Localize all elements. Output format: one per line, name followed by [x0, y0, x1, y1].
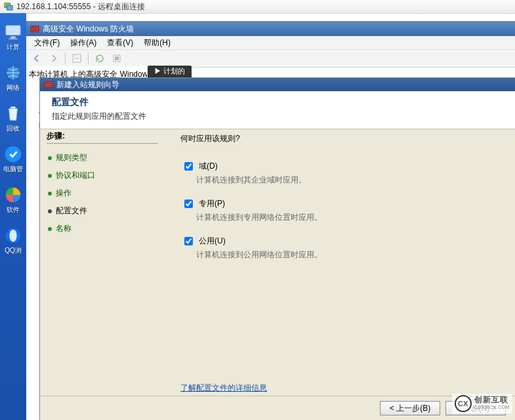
learn-more-link[interactable]: 了解配置文件的详细信息 [180, 383, 267, 394]
profile-private-label[interactable]: 专用(P) [182, 198, 499, 210]
profile-public-desc: 计算机连接到公用网络位置时应用。 [196, 249, 499, 261]
svg-rect-12 [115, 56, 119, 60]
rdp-icon [4, 2, 13, 11]
firewall-title-text: 高级安全 Windows 防火墙 [43, 24, 134, 35]
watermark-logo: CX [455, 395, 472, 412]
step-protocol[interactable]: 协议和端口 [47, 167, 158, 184]
profile-public-label[interactable]: 公用(U) [182, 235, 499, 247]
svg-rect-2 [6, 26, 21, 35]
desktop-icon-qqbrowser[interactable]: QQ浏 [1, 226, 25, 255]
firewall-title-bar: 高级安全 Windows 防火墙 [26, 22, 515, 36]
svg-rect-4 [9, 38, 17, 39]
separator [47, 143, 158, 144]
step-profile[interactable]: 配置文件 [47, 202, 158, 220]
svg-rect-3 [10, 37, 16, 39]
desktop-icon-computer[interactable]: 计算 [1, 22, 25, 51]
watermark-text: 创新互联 [474, 396, 510, 404]
menu-help[interactable]: 帮助(H) [138, 36, 176, 50]
toolbar [26, 50, 515, 68]
steps-title: 步骤: [47, 131, 158, 142]
steps-pane: 步骤: 规则类型 协议和端口 操作 配置文件 名称 [40, 123, 165, 396]
wizard-title-bar: 新建入站规则向导 [40, 78, 515, 91]
rdp-title-bar: 192.168.1.104:55555 - 远程桌面连接 [0, 0, 515, 14]
wizard-content: 何时应用该规则? 域(D) 计算机连接到其企业域时应用。 专用(P) 计算机连接… [165, 123, 515, 396]
menu-action[interactable]: 操作(A) [65, 36, 102, 50]
prev-button[interactable]: < 上一步(B) [380, 401, 440, 415]
wizard-dialog: 新建入站规则向导 配置文件 指定此规则应用的配置文件 步骤: 规则类型 协议和端… [39, 77, 515, 420]
profile-public: 公用(U) 计算机连接到公用网络位置时应用。 [180, 235, 499, 261]
toolbar-export[interactable] [109, 51, 125, 66]
wizard-header-title: 配置文件 [52, 96, 503, 108]
svg-rect-1 [7, 5, 12, 10]
wizard-header-subtitle: 指定此规则应用的配置文件 [52, 111, 503, 122]
firewall-icon [30, 24, 39, 33]
profile-domain-label[interactable]: 域(D) [182, 160, 499, 173]
profile-domain-desc: 计算机连接到其企业域时应用。 [196, 175, 499, 186]
profile-private-checkbox[interactable] [184, 200, 193, 208]
desktop-icon-recycle[interactable]: 回收 [1, 104, 25, 133]
profile-domain-checkbox[interactable] [184, 162, 193, 171]
toolbar-back[interactable] [29, 51, 45, 66]
profile-private-desc: 计算机连接到专用网络位置时应用。 [196, 212, 499, 223]
step-rule-type[interactable]: 规则类型 [47, 149, 158, 167]
svg-rect-16 [45, 82, 52, 88]
menu-view[interactable]: 查看(V) [102, 36, 138, 50]
content-question: 何时应用该规则? [180, 133, 499, 144]
menu-file[interactable]: 文件(F) [29, 36, 65, 50]
wizard-title-text: 新建入站规则向导 [56, 79, 119, 91]
watermark-url: CDXWCX.COM [474, 404, 510, 411]
toolbar-forward[interactable] [46, 51, 62, 66]
toolbar-refresh[interactable] [92, 51, 108, 66]
profile-private: 专用(P) 计算机连接到专用网络位置时应用。 [180, 198, 499, 223]
desktop-icon-pcmgr[interactable]: 电脑管 [1, 144, 25, 173]
desktop-icon-network[interactable]: 网络 [1, 63, 25, 92]
profile-public-checkbox[interactable] [184, 237, 193, 245]
toolbar-separator [65, 52, 66, 64]
toolbar-separator [88, 52, 89, 64]
svg-rect-9 [31, 26, 39, 32]
wizard-body: 步骤: 规则类型 协议和端口 操作 配置文件 名称 何时应用该规则? 域(D) … [40, 123, 515, 396]
step-action[interactable]: 操作 [47, 184, 158, 202]
toolbar-action[interactable] [69, 51, 85, 66]
desktop-icon-software[interactable]: 软件 [1, 185, 25, 214]
svg-point-8 [9, 230, 16, 242]
rdp-title-text: 192.168.1.104:55555 - 远程桌面连接 [16, 1, 145, 12]
wizard-icon [44, 80, 53, 89]
step-name[interactable]: 名称 [47, 220, 158, 238]
svg-point-6 [5, 146, 21, 162]
profile-domain: 域(D) 计算机连接到其企业域时应用。 [180, 160, 499, 186]
menu-bar: 文件(F) 操作(A) 查看(V) 帮助(H) [26, 36, 515, 50]
tab[interactable]: ▶ 计划的 [148, 66, 192, 77]
tab-strip: ▶ 计划的 [148, 66, 192, 77]
wizard-footer: < 上一步(B) 下一步(N) > [40, 396, 515, 420]
desktop-background: 计算 网络 回收 电脑管 软件 QQ浏 [0, 13, 26, 420]
watermark: CX 创新互联 CDXWCX.COM [452, 394, 512, 413]
